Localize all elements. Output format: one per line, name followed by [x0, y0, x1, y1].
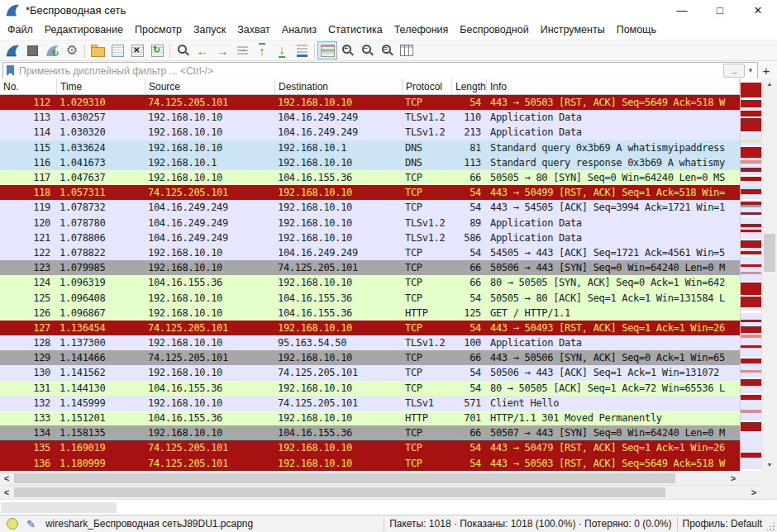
column-header-source[interactable]: Source: [145, 78, 275, 94]
packet-row-129[interactable]: 1291.14146674.125.205.101192.168.10.10TC…: [0, 350, 740, 365]
zoom-reset-button[interactable]: =: [377, 41, 397, 59]
scroll-up-icon[interactable]: [762, 78, 777, 90]
packet-row-135[interactable]: 1351.16901974.125.205.101192.168.10.10TC…: [0, 440, 740, 455]
save-file-button[interactable]: [107, 41, 127, 59]
cell-info: Standard query 0x3b69 A whatismyipaddres…: [487, 142, 740, 154]
minimap-stripe: [741, 422, 762, 431]
vertical-scrollbar[interactable]: [761, 78, 777, 471]
display-filter-input[interactable]: Применить дисплейный фильтр ... <Ctrl-/>…: [2, 62, 758, 79]
packet-row-119[interactable]: 1191.078732104.16.249.249192.168.10.10TC…: [0, 200, 740, 215]
scroll-right-icon[interactable]: >: [747, 486, 760, 499]
menu-analyze[interactable]: Анализ: [276, 21, 322, 38]
resize-grip[interactable]: [765, 521, 775, 531]
packet-row-121[interactable]: 1211.078806104.16.249.249192.168.10.10TL…: [0, 230, 740, 245]
close-file-button[interactable]: [127, 41, 147, 59]
collapsed-pane-scrollbar-thumb[interactable]: [1, 502, 117, 513]
packet-row-118[interactable]: 1181.05731174.125.205.101192.168.10.10TC…: [0, 185, 740, 200]
menu-help[interactable]: Помощь: [611, 21, 662, 38]
scroll-left-icon[interactable]: <: [0, 472, 13, 485]
scroll-down-icon[interactable]: [762, 459, 777, 471]
hscrollbar-thumb[interactable]: [14, 473, 675, 483]
cell-length: 113: [452, 157, 487, 169]
cell-info: 443 → 50493 [RST, ACK] Seq=1 Ack=1 Win=2…: [487, 322, 740, 334]
minimize-button[interactable]: —: [663, 0, 701, 20]
packet-row-124[interactable]: 1241.096319104.16.155.36192.168.10.10TCP…: [0, 275, 740, 290]
find-packet-button[interactable]: [173, 41, 193, 59]
cell-source: 104.16.249.249: [145, 202, 275, 213]
packet-row-122[interactable]: 1221.078822192.168.10.10104.16.249.249TC…: [0, 245, 740, 260]
go-forward-button[interactable]: →: [212, 41, 232, 59]
menu-file[interactable]: Файл: [2, 21, 39, 38]
column-header-protocol[interactable]: Protocol: [403, 78, 452, 94]
menu-view[interactable]: Просмотр: [129, 21, 188, 38]
packet-row-132[interactable]: 1321.145999192.168.10.1074.125.205.101TL…: [0, 396, 740, 411]
packet-row-136[interactable]: 1361.18099974.125.205.101192.168.10.10TC…: [0, 456, 740, 471]
packet-row-112[interactable]: 1121.02931074.125.205.101192.168.10.10TC…: [0, 95, 740, 110]
start-capture-button[interactable]: [2, 41, 22, 59]
close-button[interactable]: ✕: [739, 0, 777, 20]
packet-row-126[interactable]: 1261.096867192.168.10.10104.16.155.36HTT…: [0, 306, 740, 321]
packet-row-127[interactable]: 1271.13645474.125.205.101192.168.10.10TC…: [0, 321, 740, 335]
magnifier-reset-icon: =: [380, 44, 393, 57]
capture-options-button[interactable]: ⚙: [62, 41, 82, 59]
auto-scroll-button[interactable]: [292, 41, 312, 59]
profile-label[interactable]: Профиль: Default: [683, 518, 763, 530]
menu-capture[interactable]: Захват: [231, 21, 276, 38]
menu-wireless[interactable]: Беспроводной: [454, 21, 534, 38]
resize-columns-button[interactable]: [397, 41, 417, 59]
apply-filter-button[interactable]: →: [723, 64, 745, 78]
packet-row-116[interactable]: 1161.041673192.168.10.1192.168.10.10DNS1…: [0, 155, 740, 170]
zoom-in-button[interactable]: +: [337, 41, 357, 59]
add-filter-button[interactable]: +: [758, 64, 775, 78]
cell-source: 192.168.10.10: [145, 112, 275, 123]
go-first-packet-button[interactable]: ↑: [252, 41, 272, 59]
cell-destination: 192.168.10.10: [275, 157, 403, 169]
cell-no: 115: [0, 142, 57, 154]
packet-row-125[interactable]: 1251.096408192.168.10.10104.16.155.36TCP…: [0, 290, 740, 305]
expert-info-icon[interactable]: [7, 518, 18, 530]
cell-length: 54: [452, 322, 487, 334]
intelligent-scrollbar-minimap[interactable]: [740, 78, 762, 471]
hscrollbar-thumb[interactable]: [14, 487, 665, 497]
packet-row-113[interactable]: 1131.030257192.168.10.10104.16.249.249TL…: [0, 110, 740, 125]
packet-row-128[interactable]: 1281.137300192.168.10.1095.163.54.50TLSv…: [0, 335, 740, 350]
filter-history-caret-icon[interactable]: ▼: [747, 67, 754, 74]
vertical-scrollbar-thumb[interactable]: [764, 234, 775, 272]
reload-file-button[interactable]: [147, 41, 167, 59]
colorize-packets-button[interactable]: [317, 41, 337, 59]
packet-row-120[interactable]: 1201.078780104.16.249.249192.168.10.10TL…: [0, 216, 740, 230]
go-last-packet-button[interactable]: ↓: [272, 41, 292, 59]
menu-tools[interactable]: Инструменты: [535, 21, 611, 38]
scroll-left-icon[interactable]: <: [0, 486, 13, 499]
cell-length: 110: [452, 112, 487, 123]
open-file-button[interactable]: [88, 41, 107, 59]
restart-capture-button[interactable]: ↻: [42, 41, 62, 59]
packet-row-130[interactable]: 1301.141562192.168.10.1074.125.205.101TC…: [0, 365, 740, 380]
packet-row-114[interactable]: 1141.030320192.168.10.10104.16.249.249TL…: [0, 125, 740, 140]
filter-bookmark-icon[interactable]: [7, 65, 14, 76]
column-header-no[interactable]: No.: [0, 78, 57, 94]
detail-pane-hscrollbar[interactable]: < >: [0, 485, 760, 499]
column-header-length[interactable]: Length: [452, 78, 487, 94]
column-header-destination[interactable]: Destination: [275, 78, 403, 94]
menu-telephony[interactable]: Телефония: [388, 21, 455, 38]
packet-row-134[interactable]: 1341.158135192.168.10.10104.16.155.36TCP…: [0, 425, 740, 440]
go-to-packet-button[interactable]: →: [232, 41, 252, 59]
menu-edit[interactable]: Редактирование: [39, 21, 129, 38]
column-header-time[interactable]: Time: [57, 78, 145, 94]
packet-row-123[interactable]: 1231.079985192.168.10.1074.125.205.101TC…: [0, 260, 740, 275]
go-back-button[interactable]: ←: [193, 41, 212, 59]
packet-row-133[interactable]: 1331.151201104.16.155.36192.168.10.10HTT…: [0, 411, 740, 425]
menu-statistics[interactable]: Статистика: [322, 21, 388, 38]
packet-row-115[interactable]: 1151.033624192.168.10.10192.168.10.1DNS8…: [0, 140, 740, 155]
menu-go[interactable]: Запуск: [188, 21, 231, 38]
column-header-info[interactable]: Info: [487, 78, 740, 94]
packet-row-131[interactable]: 1311.144130104.16.155.36192.168.10.10TCP…: [0, 381, 740, 396]
packet-list-hscrollbar[interactable]: < >: [0, 471, 740, 485]
stop-capture-button[interactable]: [22, 41, 42, 59]
zoom-out-button[interactable]: −: [357, 41, 377, 59]
packet-row-117[interactable]: 1171.047637192.168.10.10104.16.155.36TCP…: [0, 170, 740, 185]
scroll-right-icon[interactable]: >: [727, 472, 740, 485]
capture-comment-icon[interactable]: ✎: [26, 519, 36, 530]
maximize-button[interactable]: □: [701, 0, 739, 20]
